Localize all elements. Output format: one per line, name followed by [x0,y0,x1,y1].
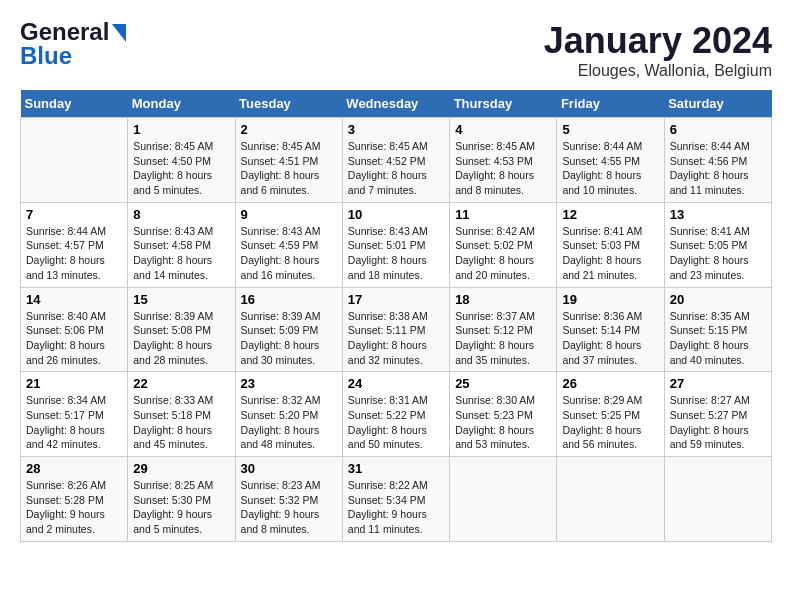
calendar-cell: 6Sunrise: 8:44 AM Sunset: 4:56 PM Daylig… [664,118,771,203]
calendar-cell: 17Sunrise: 8:38 AM Sunset: 5:11 PM Dayli… [342,287,449,372]
day-number: 17 [348,292,444,307]
day-number: 27 [670,376,766,391]
logo-blue-text: Blue [20,42,72,69]
day-number: 9 [241,207,337,222]
day-info: Sunrise: 8:43 AM Sunset: 4:59 PM Dayligh… [241,224,337,283]
day-number: 5 [562,122,658,137]
day-number: 19 [562,292,658,307]
calendar-cell: 29Sunrise: 8:25 AM Sunset: 5:30 PM Dayli… [128,457,235,542]
calendar-cell: 10Sunrise: 8:43 AM Sunset: 5:01 PM Dayli… [342,202,449,287]
day-number: 3 [348,122,444,137]
header-cell-wednesday: Wednesday [342,90,449,118]
calendar-cell: 15Sunrise: 8:39 AM Sunset: 5:08 PM Dayli… [128,287,235,372]
week-row-1: 1Sunrise: 8:45 AM Sunset: 4:50 PM Daylig… [21,118,772,203]
calendar-cell: 22Sunrise: 8:33 AM Sunset: 5:18 PM Dayli… [128,372,235,457]
day-info: Sunrise: 8:37 AM Sunset: 5:12 PM Dayligh… [455,309,551,368]
day-number: 23 [241,376,337,391]
day-number: 22 [133,376,229,391]
page-title: January 2024 [544,20,772,62]
calendar-cell: 9Sunrise: 8:43 AM Sunset: 4:59 PM Daylig… [235,202,342,287]
calendar-cell: 3Sunrise: 8:45 AM Sunset: 4:52 PM Daylig… [342,118,449,203]
day-info: Sunrise: 8:43 AM Sunset: 4:58 PM Dayligh… [133,224,229,283]
calendar-cell [557,457,664,542]
calendar-cell: 26Sunrise: 8:29 AM Sunset: 5:25 PM Dayli… [557,372,664,457]
header-cell-sunday: Sunday [21,90,128,118]
calendar-cell [664,457,771,542]
calendar-cell: 25Sunrise: 8:30 AM Sunset: 5:23 PM Dayli… [450,372,557,457]
calendar-cell [21,118,128,203]
day-number: 25 [455,376,551,391]
calendar-cell: 19Sunrise: 8:36 AM Sunset: 5:14 PM Dayli… [557,287,664,372]
day-number: 16 [241,292,337,307]
day-number: 29 [133,461,229,476]
day-number: 1 [133,122,229,137]
calendar-cell: 27Sunrise: 8:27 AM Sunset: 5:27 PM Dayli… [664,372,771,457]
calendar-table: SundayMondayTuesdayWednesdayThursdayFrid… [20,90,772,542]
day-info: Sunrise: 8:44 AM Sunset: 4:57 PM Dayligh… [26,224,122,283]
week-row-3: 14Sunrise: 8:40 AM Sunset: 5:06 PM Dayli… [21,287,772,372]
calendar-cell: 18Sunrise: 8:37 AM Sunset: 5:12 PM Dayli… [450,287,557,372]
calendar-cell: 1Sunrise: 8:45 AM Sunset: 4:50 PM Daylig… [128,118,235,203]
calendar-cell: 20Sunrise: 8:35 AM Sunset: 5:15 PM Dayli… [664,287,771,372]
logo-general-text: General [20,20,109,44]
day-number: 24 [348,376,444,391]
day-info: Sunrise: 8:45 AM Sunset: 4:51 PM Dayligh… [241,139,337,198]
day-number: 18 [455,292,551,307]
title-area: January 2024 Elouges, Wallonia, Belgium [544,20,772,80]
day-number: 21 [26,376,122,391]
day-number: 4 [455,122,551,137]
calendar-cell: 23Sunrise: 8:32 AM Sunset: 5:20 PM Dayli… [235,372,342,457]
calendar-cell: 7Sunrise: 8:44 AM Sunset: 4:57 PM Daylig… [21,202,128,287]
calendar-cell [450,457,557,542]
calendar-cell: 24Sunrise: 8:31 AM Sunset: 5:22 PM Dayli… [342,372,449,457]
calendar-cell: 11Sunrise: 8:42 AM Sunset: 5:02 PM Dayli… [450,202,557,287]
day-info: Sunrise: 8:38 AM Sunset: 5:11 PM Dayligh… [348,309,444,368]
calendar-cell: 13Sunrise: 8:41 AM Sunset: 5:05 PM Dayli… [664,202,771,287]
day-number: 10 [348,207,444,222]
day-number: 15 [133,292,229,307]
day-number: 30 [241,461,337,476]
header-cell-tuesday: Tuesday [235,90,342,118]
day-info: Sunrise: 8:23 AM Sunset: 5:32 PM Dayligh… [241,478,337,537]
header-cell-monday: Monday [128,90,235,118]
day-info: Sunrise: 8:26 AM Sunset: 5:28 PM Dayligh… [26,478,122,537]
day-number: 2 [241,122,337,137]
week-row-4: 21Sunrise: 8:34 AM Sunset: 5:17 PM Dayli… [21,372,772,457]
day-info: Sunrise: 8:34 AM Sunset: 5:17 PM Dayligh… [26,393,122,452]
calendar-cell: 8Sunrise: 8:43 AM Sunset: 4:58 PM Daylig… [128,202,235,287]
calendar-cell: 14Sunrise: 8:40 AM Sunset: 5:06 PM Dayli… [21,287,128,372]
header-row: SundayMondayTuesdayWednesdayThursdayFrid… [21,90,772,118]
day-number: 12 [562,207,658,222]
day-info: Sunrise: 8:39 AM Sunset: 5:08 PM Dayligh… [133,309,229,368]
page-subtitle: Elouges, Wallonia, Belgium [544,62,772,80]
day-number: 20 [670,292,766,307]
day-info: Sunrise: 8:40 AM Sunset: 5:06 PM Dayligh… [26,309,122,368]
day-number: 28 [26,461,122,476]
svg-marker-0 [112,24,126,42]
day-number: 11 [455,207,551,222]
day-number: 6 [670,122,766,137]
calendar-cell: 12Sunrise: 8:41 AM Sunset: 5:03 PM Dayli… [557,202,664,287]
calendar-cell: 16Sunrise: 8:39 AM Sunset: 5:09 PM Dayli… [235,287,342,372]
calendar-body: 1Sunrise: 8:45 AM Sunset: 4:50 PM Daylig… [21,118,772,542]
calendar-cell: 30Sunrise: 8:23 AM Sunset: 5:32 PM Dayli… [235,457,342,542]
day-info: Sunrise: 8:41 AM Sunset: 5:03 PM Dayligh… [562,224,658,283]
day-info: Sunrise: 8:33 AM Sunset: 5:18 PM Dayligh… [133,393,229,452]
calendar-cell: 31Sunrise: 8:22 AM Sunset: 5:34 PM Dayli… [342,457,449,542]
day-info: Sunrise: 8:45 AM Sunset: 4:53 PM Dayligh… [455,139,551,198]
week-row-2: 7Sunrise: 8:44 AM Sunset: 4:57 PM Daylig… [21,202,772,287]
logo-triangle-icon [112,24,126,42]
calendar-cell: 21Sunrise: 8:34 AM Sunset: 5:17 PM Dayli… [21,372,128,457]
day-info: Sunrise: 8:30 AM Sunset: 5:23 PM Dayligh… [455,393,551,452]
day-info: Sunrise: 8:42 AM Sunset: 5:02 PM Dayligh… [455,224,551,283]
day-info: Sunrise: 8:29 AM Sunset: 5:25 PM Dayligh… [562,393,658,452]
day-number: 26 [562,376,658,391]
day-info: Sunrise: 8:45 AM Sunset: 4:52 PM Dayligh… [348,139,444,198]
day-info: Sunrise: 8:44 AM Sunset: 4:56 PM Dayligh… [670,139,766,198]
calendar-cell: 2Sunrise: 8:45 AM Sunset: 4:51 PM Daylig… [235,118,342,203]
week-row-5: 28Sunrise: 8:26 AM Sunset: 5:28 PM Dayli… [21,457,772,542]
header-cell-friday: Friday [557,90,664,118]
header: General Blue January 2024 Elouges, Wallo… [20,20,772,80]
calendar-cell: 4Sunrise: 8:45 AM Sunset: 4:53 PM Daylig… [450,118,557,203]
calendar-header: SundayMondayTuesdayWednesdayThursdayFrid… [21,90,772,118]
